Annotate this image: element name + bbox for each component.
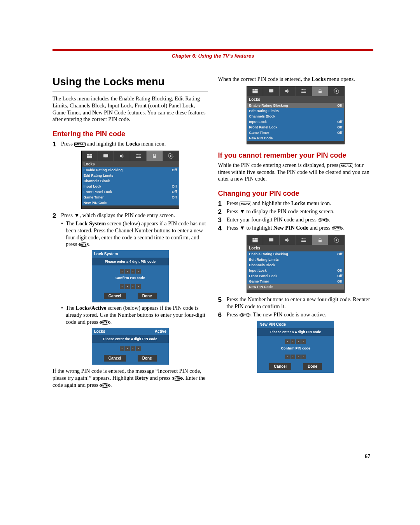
svg-point-23 <box>336 90 337 92</box>
pin-digit: • <box>125 346 130 351</box>
intro-paragraph: The Locks menu includes the Enable Ratin… <box>52 95 208 123</box>
step-text: and press <box>308 225 332 231</box>
osd-row-value: Off <box>172 184 177 188</box>
enter-button-icon: ENTER <box>172 376 183 381</box>
gear-tab-icon <box>328 235 344 245</box>
svg-point-20 <box>304 91 306 92</box>
sliders-tab-icon <box>296 235 312 245</box>
display-tab-icon <box>263 86 280 96</box>
osd-row: Channels Block <box>82 178 179 184</box>
menu-button-icon: MENU <box>74 142 86 147</box>
step-text: Press ▼ to highlight <box>227 225 273 231</box>
svg-rect-22 <box>318 91 322 93</box>
page-number: 67 <box>365 453 370 460</box>
bullet-marker: • <box>61 220 66 248</box>
step-text: Press ▼, which displays the PIN code ent… <box>61 212 175 218</box>
step-text: menu icon. <box>305 200 331 206</box>
bold-text: Locks <box>291 200 305 206</box>
svg-rect-0 <box>87 154 89 155</box>
osd-row: Edit Rating Limits <box>247 108 344 114</box>
osd-footer <box>247 141 344 144</box>
confirm-label: Confirm PIN code <box>92 275 169 281</box>
svg-rect-2 <box>87 156 92 158</box>
pin-digit: • <box>120 269 124 274</box>
step-number: 1 <box>218 200 227 207</box>
osd-row-label: Front Panel Lock <box>249 274 277 278</box>
osd-section-header: Locks <box>247 245 344 251</box>
step-number: 1 <box>52 141 61 147</box>
step-text: Press ▼ to display the PIN code entering… <box>227 208 335 214</box>
subheading-forgot-pin: If you cannot remember your PIN code <box>218 151 374 160</box>
lock-tab-icon <box>312 235 329 245</box>
step-text: . The new PIN code is now active. <box>250 311 326 318</box>
svg-rect-24 <box>252 238 254 239</box>
svg-marker-5 <box>120 154 122 158</box>
body-text: While the PIN code entering screen is di… <box>218 162 340 168</box>
pin-input-row: •••• <box>92 265 169 275</box>
gear-tab-icon <box>328 86 344 96</box>
enter-button-icon: ENTER <box>100 320 110 325</box>
display-tab-icon <box>98 151 114 161</box>
bullet-lock-system: • The Lock System screen (below) appears… <box>61 220 208 248</box>
pin-input-row: •••• <box>257 336 334 346</box>
left-column: Using the Locks menu The Locks menu incl… <box>52 76 208 390</box>
right-column: When the correct PIN code is entered, th… <box>218 76 374 390</box>
enter-button-icon: ENTER <box>332 226 343 230</box>
locks-active-dialog: LocksActive Please enter the 4 digit PIN… <box>92 328 169 365</box>
change-step-2: 2 Press ▼ to display the PIN code enteri… <box>218 208 374 215</box>
osd-row: Edit Rating Limits <box>82 173 179 178</box>
osd-row-selected: New PIN Code <box>247 284 344 290</box>
osd-row: Front Panel LockOff <box>247 125 344 130</box>
osd-row: Enable Rating BlockingOff <box>82 167 179 173</box>
pin-digit: • <box>285 355 290 359</box>
osd-footer <box>82 205 179 209</box>
step-text: Press <box>61 140 74 147</box>
svg-rect-16 <box>270 93 272 93</box>
osd-footer <box>247 290 344 293</box>
done-button: Done <box>303 363 322 370</box>
pin-digit: • <box>296 355 301 359</box>
osd-row-value: Off <box>172 168 177 172</box>
pin-confirm-row: •••• <box>257 351 334 361</box>
osd-row: Game TimerOff <box>82 195 179 200</box>
active-label: Active <box>155 329 166 334</box>
svg-point-11 <box>170 155 172 157</box>
osd-row: Edit Rating Limits <box>247 257 344 262</box>
step-text: Press <box>227 200 240 206</box>
osd-tab-bar <box>82 151 179 161</box>
dialog-title: Lock System <box>94 252 118 256</box>
step-2: 2 Press ▼, which displays the PIN code e… <box>52 212 208 219</box>
pin-digit: • <box>125 269 130 274</box>
step-text: Enter your four-digit PIN code and press <box>227 216 318 223</box>
osd-row: Input LockOff <box>82 184 179 189</box>
menu-button-icon: MENU <box>240 202 251 206</box>
osd-row-label: New PIN Code <box>84 201 107 205</box>
osd-row-label: Game Timer <box>249 279 269 283</box>
bold-text: Lock System <box>76 220 106 227</box>
svg-rect-28 <box>270 242 272 242</box>
locks-menu-osd-open: Locks Enable Rating BlockingOff Edit Rat… <box>247 86 345 144</box>
dialog-message: Please enter the 4 digit PIN code <box>92 335 169 343</box>
svg-rect-4 <box>105 158 107 158</box>
confirm-label: Confirm PIN code <box>257 346 334 351</box>
step-number: 3 <box>218 217 227 223</box>
pin-digit: • <box>136 284 141 289</box>
osd-row-label: Edit Rating Limits <box>84 174 114 177</box>
osd-row-value: Off <box>337 120 342 124</box>
picture-tab-icon <box>82 151 98 161</box>
osd-row-label: Channels Block <box>249 114 275 118</box>
done-button: Done <box>138 355 157 362</box>
page-title: Using the Locks menu <box>52 76 208 91</box>
pin-digit: • <box>131 346 135 351</box>
osd-row-label: Edit Rating Limits <box>249 109 279 113</box>
osd-row: New PIN Code <box>247 135 344 141</box>
body-text: When the correct PIN code is entered, th… <box>218 76 312 82</box>
osd-row-value: Off <box>337 104 342 107</box>
svg-rect-26 <box>252 240 257 242</box>
osd-row: Channels Block <box>247 262 344 268</box>
svg-point-33 <box>303 241 304 242</box>
lock-system-dialog: Lock System Please enter a 4 digit PIN c… <box>92 250 169 302</box>
svg-point-35 <box>336 239 337 241</box>
svg-rect-10 <box>153 156 156 158</box>
step-text: Press <box>227 311 240 318</box>
